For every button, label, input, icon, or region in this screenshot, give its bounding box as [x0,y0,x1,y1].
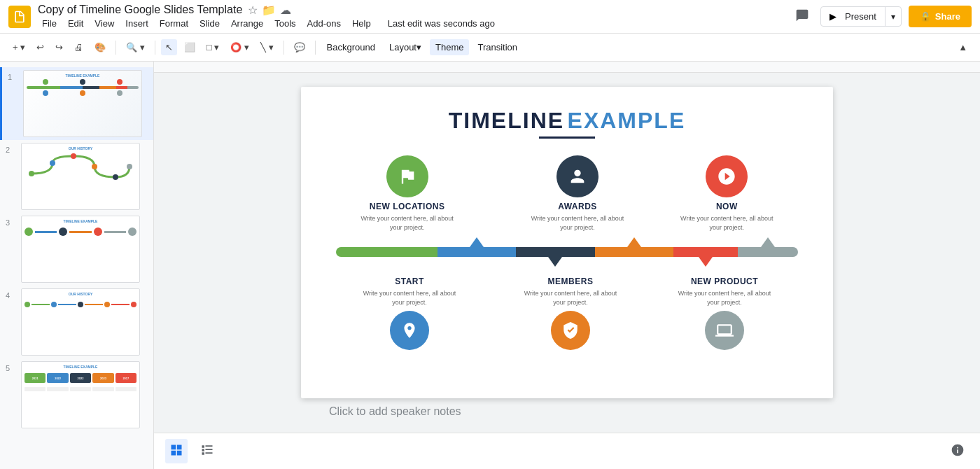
start-icon [390,311,429,350]
workspace[interactable]: TIMELINE EXAMPLE [154,73,980,433]
speaker-notes-placeholder[interactable]: Click to add speaker notes [329,405,805,418]
menu-insert[interactable]: Insert [121,17,153,30]
zoom-button[interactable]: 🔍 ▾ [122,39,149,55]
svg-point-5 [127,164,132,169]
slide-preview-3: TIMELINE EXAMPLE [21,216,140,283]
new-locations-icon [386,155,428,197]
assistant-button[interactable] [946,439,969,463]
slide-num-1: 1 [8,70,18,81]
new-product-desc: Write your content here, all about your … [676,289,774,307]
menu-arrange[interactable]: Arrange [227,17,267,30]
separator [284,41,284,55]
new-product-title: NEW PRODUCT [691,276,758,286]
doc-title-icons: ☆ 📁 ☁ [248,4,291,17]
speaker-notes[interactable]: Click to add speaker notes [301,398,833,425]
svg-point-3 [92,164,97,169]
timeline-bar [336,234,798,270]
slide-thumb-3[interactable]: 3 TIMELINE EXAMPLE [0,213,153,286]
top-bar: Copy of Timeline Google Slides Template … [0,0,980,34]
collapse-toolbar-button[interactable]: ▲ [954,39,972,55]
slide-preview-4: OUR HISTORY [21,288,140,356]
doc-title-text[interactable]: Copy of Timeline Google Slides Template [38,4,242,16]
separator [315,41,316,55]
awards-icon [556,155,598,197]
present-dropdown-icon[interactable]: ▾ [886,8,901,26]
slide-thumb-5[interactable]: 5 TIMELINE EXAMPLE 2021 2022 2022 2023 2… [0,358,153,431]
header-right: ▶ Present ▾ 🔒 Share [791,4,972,29]
title-area: Copy of Timeline Google Slides Template … [38,4,784,30]
main-area: 1 TIMELINE EXAMPLE [0,62,980,469]
slide-canvas[interactable]: TIMELINE EXAMPLE [301,87,833,398]
menu-file[interactable]: File [38,17,61,30]
cloud-icon[interactable]: ☁ [280,4,291,17]
slide-num-3: 3 [6,216,15,227]
members-title: MEMBERS [548,276,594,286]
comment-tool[interactable]: 💬 [290,39,309,55]
comment-button[interactable] [791,4,813,29]
slide-panel: 1 TIMELINE EXAMPLE [0,62,154,469]
slide-preview-1: TIMELINE EXAMPLE [23,70,142,137]
autosave-text: Last edit was seconds ago [384,17,499,30]
timeline-item-start: START Write your content here, all about… [360,276,458,354]
menu-view[interactable]: View [90,17,118,30]
shape-tool[interactable]: □ ▾ [202,39,223,55]
menu-tools[interactable]: Tools [270,17,300,30]
menu-format[interactable]: Format [155,17,192,30]
separator [155,41,155,55]
transition-button[interactable]: Transition [472,39,523,55]
new-locations-desc: Write your content here, all about your … [358,214,456,232]
present-icon: ▶ [821,7,842,26]
now-title: NOW [716,202,738,211]
menu-edit[interactable]: Edit [64,17,88,30]
slide-thumb-2[interactable]: 2 OUR HISTORY [0,140,153,213]
now-desc: Write your content here, all about your … [678,214,776,232]
add-button[interactable]: + ▾ [8,39,29,55]
print-button[interactable]: 🖨 [70,39,88,55]
slide-thumb-1[interactable]: 1 TIMELINE EXAMPLE [0,67,153,140]
timeline-item-awards: AWARDS Write your content here, all abou… [528,155,626,232]
slide-title-text: TIMELINE EXAMPLE [329,108,805,134]
doc-title: Copy of Timeline Google Slides Template … [38,4,784,17]
menu-slide[interactable]: Slide [195,17,224,30]
timeline-container: NEW LOCATIONS Write your content here, a… [329,155,805,354]
background-button[interactable]: Background [321,39,381,55]
members-desc: Write your content here, all about your … [522,289,620,307]
layout-button[interactable]: Layout▾ [384,39,427,55]
format-paint-button[interactable]: 🎨 [90,39,110,55]
title-underline [539,136,595,139]
present-label[interactable]: Present [842,7,886,26]
lock-icon: 🔒 [920,11,931,22]
star-icon[interactable]: ☆ [248,4,258,17]
timeline-item-members: MEMBERS Write your content here, all abo… [522,276,620,354]
slide-title: TIMELINE EXAMPLE [329,108,805,139]
share-button[interactable]: 🔒 Share [909,6,972,27]
separator [115,41,116,55]
undo-button[interactable]: ↩ [32,39,48,55]
title-word1: TIMELINE [449,108,564,133]
menu-bar: File Edit View Insert Format Slide Arran… [38,17,784,30]
folder-icon[interactable]: 📁 [262,4,276,17]
grid-view-button[interactable] [165,439,188,463]
ruler-horizontal [154,62,980,73]
slide-thumb-4[interactable]: 4 OUR HISTORY [0,286,153,358]
lasso-tool[interactable]: ⭕ ▾ [226,39,253,55]
menu-addons[interactable]: Add-ons [303,17,345,30]
menu-help[interactable]: Help [348,17,375,30]
svg-point-0 [29,171,34,176]
awards-title: AWARDS [558,202,597,211]
list-view-button[interactable] [196,439,218,463]
theme-button[interactable]: Theme [430,39,469,55]
app-icon [8,6,31,28]
present-button[interactable]: ▶ Present ▾ [820,6,902,27]
start-desc: Write your content here, all about your … [360,289,458,307]
start-title: START [395,276,424,286]
line-tool[interactable]: ╲ ▾ [256,39,278,55]
toolbar: + ▾ ↩ ↪ 🖨 🎨 🔍 ▾ ↖ ⬜ □ ▾ ⭕ ▾ ╲ ▾ 💬 Backgr… [0,34,980,62]
cursor-tool[interactable]: ↖ [161,39,177,55]
new-product-icon [705,311,744,350]
redo-button[interactable]: ↪ [51,39,67,55]
selection-box-tool[interactable]: ⬜ [180,39,200,55]
new-locations-title: NEW LOCATIONS [370,202,445,211]
members-icon [551,311,590,350]
top-timeline-items: NEW LOCATIONS Write your content here, a… [329,155,805,232]
